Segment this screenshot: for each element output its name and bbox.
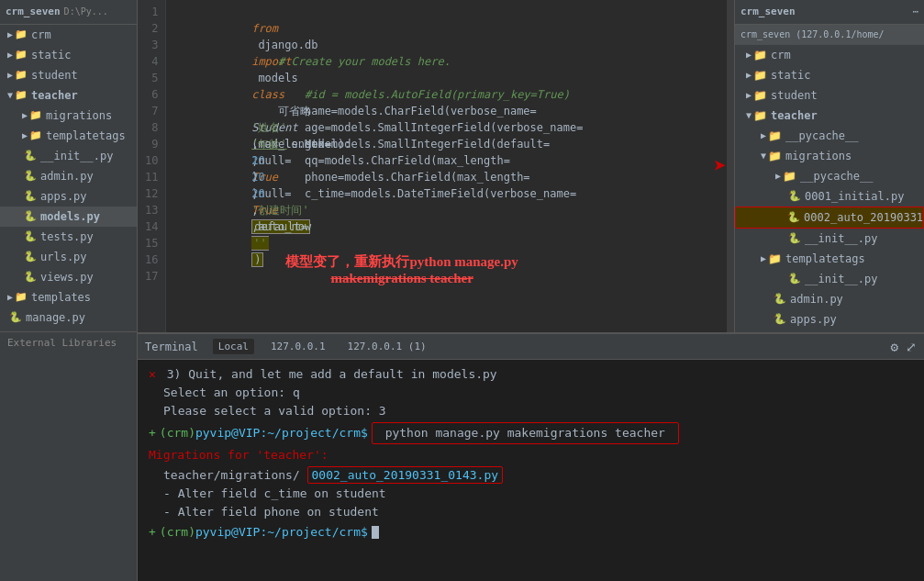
- right-tree-subtitle: crm_seven (127.0.0.1/home/: [735, 25, 924, 45]
- sidebar-item-crm[interactable]: ▶ 📁 crm: [0, 25, 137, 45]
- terminal-final-user: pyvip@VIP:~/project/crm$: [195, 523, 368, 542]
- code-line-17: [172, 268, 721, 285]
- terminal-user: pyvip@VIP:~/project/crm$: [195, 424, 368, 442]
- tree-item-apps[interactable]: 🐍 apps.py: [735, 309, 924, 330]
- sidebar-item-tests[interactable]: 🐍 tests.py: [0, 227, 137, 247]
- code-content: from django.db import models # Create yo…: [166, 0, 727, 332]
- right-tree-header: crm_seven ⋯: [735, 0, 924, 25]
- project-header: crm_seven D:\Py...: [0, 0, 137, 25]
- arrow-indicator: ➤: [714, 158, 727, 174]
- tree-item-pycache1[interactable]: ▶ 📁 __pycache__: [735, 126, 924, 146]
- sidebar-item-apps[interactable]: 🐍 apps.py: [0, 186, 137, 207]
- terminal-alter-2: - Alter field phone on student: [163, 503, 913, 521]
- terminal-line-1: ✕ 3) Quit, and let me add a default in m…: [149, 365, 913, 384]
- tree-item-migrations[interactable]: ▼ 📁 migrations: [735, 146, 924, 166]
- code-line-1: from django.db import models: [172, 4, 721, 20]
- sidebar-item-student[interactable]: ▶ 📁 student: [0, 65, 137, 85]
- tree-item-0001[interactable]: 🐍 0001_initial.py: [735, 186, 924, 207]
- terminal-plus-icon: +: [149, 424, 156, 442]
- tree-item-static[interactable]: ▶ 📁 static: [735, 65, 924, 85]
- terminal-migrations-header: Migrations for 'teacher':: [149, 446, 913, 464]
- code-editor: 12345 678910 1112131415 1617 from django…: [138, 0, 734, 332]
- sidebar-item-static[interactable]: ▶ 📁 static: [0, 45, 137, 65]
- external-libraries: External Libraries: [0, 331, 137, 354]
- sidebar-item-views[interactable]: 🐍 views.py: [0, 267, 137, 287]
- terminal-cmd-line: + (crm) pyvip@VIP:~/project/crm$ python …: [149, 422, 913, 444]
- tree-item-init-templatetags[interactable]: 🐍 __init__.py: [735, 269, 924, 289]
- terminal-title: Terminal: [145, 341, 198, 353]
- tree-item-crm[interactable]: ▶ 📁 crm: [735, 45, 924, 65]
- sidebar-item-templatetags[interactable]: ▶ 📁 templatetags: [0, 126, 137, 146]
- sidebar-item-urls[interactable]: 🐍 urls.py: [0, 247, 137, 267]
- tree-item-student[interactable]: ▶ 📁 student: [735, 85, 924, 106]
- terminal-line-2: Select an option: q: [163, 384, 913, 402]
- left-sidebar: crm_seven D:\Py... ▶ 📁 crm ▶ 📁 static ▶ …: [0, 0, 138, 581]
- line-numbers: 12345 678910 1112131415 1617: [138, 0, 166, 332]
- terminal-expand-icon[interactable]: ⤢: [906, 340, 917, 354]
- tree-item-templatetags[interactable]: ▶ 📁 templatetags: [735, 249, 924, 269]
- sidebar-item-models[interactable]: 🐍 models.py: [0, 207, 137, 227]
- right-tree-title: crm_seven: [740, 3, 796, 21]
- terminal-prompt: (crm): [160, 424, 195, 442]
- tree-item-teacher[interactable]: ▼ 📁 teacher: [735, 106, 924, 126]
- terminal-plus-icon-2: +: [149, 523, 156, 542]
- sidebar-item-migrations[interactable]: ▶ 📁 migrations: [0, 106, 137, 126]
- sidebar-item-manage[interactable]: 🐍 manage.py: [0, 307, 137, 328]
- terminal-body: ✕ 3) Quit, and let me add a default in m…: [138, 360, 924, 581]
- sidebar-item-teacher[interactable]: ▼ 📁 teacher: [0, 85, 137, 106]
- tree-item-pycache2[interactable]: ▶ 📁 __pycache__: [735, 166, 924, 186]
- terminal-cmd-box: python manage.py makemigrations teacher: [372, 422, 679, 444]
- project-title: crm_seven: [6, 3, 61, 21]
- terminal-final-prompt: + (crm) pyvip@VIP:~/project/crm$: [149, 523, 913, 542]
- terminal-tab-local[interactable]: Local: [213, 339, 254, 354]
- terminal-header: Terminal Local 127.0.0.1 127.0.0.1 (1) ⚙…: [138, 334, 924, 360]
- terminal-tab-remote1[interactable]: 127.0.0.1: [265, 339, 331, 354]
- sidebar-item-templates[interactable]: ▶ 📁 templates: [0, 287, 137, 307]
- tree-item-0002[interactable]: 🐍 0002_auto_20190331: [735, 207, 924, 229]
- sidebar-item-admin[interactable]: 🐍 admin.py: [0, 166, 137, 186]
- tree-item-admin[interactable]: 🐍 admin.py: [735, 289, 924, 309]
- terminal-alter-1: - Alter field c_time on student: [163, 485, 913, 503]
- tree-item-init-migrations[interactable]: 🐍 __init__.py: [735, 229, 924, 249]
- right-tree-actions[interactable]: ⋯: [912, 3, 918, 21]
- terminal-line-3: Please select a valid option: 3: [163, 402, 913, 420]
- terminal-panel: Terminal Local 127.0.0.1 127.0.0.1 (1) ⚙…: [138, 332, 924, 581]
- terminal-final-prompt-text: (crm): [160, 523, 195, 542]
- terminal-settings-icon[interactable]: ⚙: [891, 340, 898, 354]
- right-file-tree: crm_seven ⋯ crm_seven (127.0.0.1/home/ ▶…: [734, 0, 924, 332]
- terminal-file-highlight: 0002_auto_20190331_0143.py: [307, 466, 504, 484]
- terminal-cursor: [372, 526, 379, 539]
- terminal-file-line: teacher/migrations/ 0002_auto_20190331_0…: [163, 466, 913, 485]
- editor-scrollbar[interactable]: [727, 0, 734, 332]
- terminal-tab-remote2[interactable]: 127.0.0.1 (1): [342, 339, 432, 354]
- sidebar-item-init[interactable]: 🐍 __init__.py: [0, 146, 137, 166]
